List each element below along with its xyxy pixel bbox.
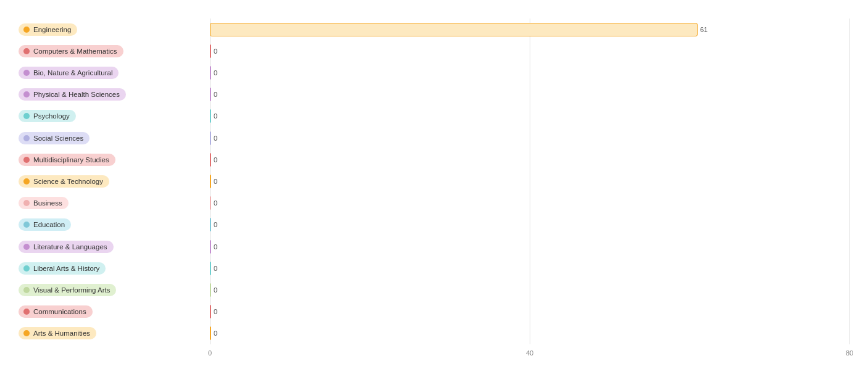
bar-row: Computers & Mathematics0 — [19, 40, 849, 62]
bar-value-wrap: 0 — [210, 262, 849, 275]
bar-fill — [210, 218, 211, 231]
bar-value-wrap: 0 — [210, 131, 849, 145]
bar-label-wrap: Visual & Performing Arts — [19, 284, 210, 296]
bar-label-text: Physical & Health Sciences — [33, 91, 120, 98]
bar-dot — [23, 265, 30, 272]
bar-label-pill: Liberal Arts & History — [19, 262, 106, 275]
bar-dot — [23, 27, 30, 33]
bar-label-pill: Science & Technology — [19, 175, 109, 188]
bar-fill — [210, 109, 211, 123]
bar-value-wrap: 0 — [210, 175, 849, 188]
bar-value-wrap: 0 — [210, 305, 849, 318]
bar-dot — [23, 222, 30, 228]
bar-label-text: Literature & Languages — [33, 243, 107, 251]
bar-value-label: 0 — [214, 112, 217, 120]
bar-row: Multidisciplinary Studies0 — [19, 149, 849, 170]
bar-row: Arts & Humanities0 — [19, 323, 849, 344]
bar-value-wrap: 0 — [210, 196, 849, 210]
bar-label-pill: Physical & Health Sciences — [19, 88, 126, 101]
x-tick-label: 40 — [526, 349, 533, 357]
bar-value-label: 0 — [214, 91, 217, 98]
bar-value-label: 61 — [700, 26, 707, 33]
bar-row: Engineering61 — [19, 19, 849, 40]
bar-row: Bio, Nature & Agricultural0 — [19, 62, 849, 83]
bar-label-pill: Engineering — [19, 23, 77, 36]
bar-value-label: 0 — [214, 48, 217, 55]
bar-dot — [23, 113, 30, 119]
bar-label-text: Social Sciences — [33, 135, 83, 142]
bar-value-label: 0 — [214, 178, 217, 185]
bar-label-wrap: Multidisciplinary Studies — [19, 154, 210, 166]
bar-row: Science & Technology0 — [19, 170, 849, 192]
bar-label-text: Communications — [33, 308, 86, 315]
bar-label-wrap: Education — [19, 218, 210, 231]
bar-label-text: Bio, Nature & Agricultural — [33, 69, 112, 77]
bar-fill — [210, 44, 211, 58]
bar-value-label: 0 — [214, 69, 217, 77]
bar-value-wrap: 0 — [210, 44, 849, 58]
bar-label-wrap: Psychology — [19, 110, 210, 122]
bar-label-text: Education — [33, 221, 65, 228]
bar-label-text: Psychology — [33, 112, 70, 120]
bar-value-wrap: 0 — [210, 240, 849, 254]
bar-fill — [210, 131, 211, 145]
bar-label-wrap: Social Sciences — [19, 132, 210, 144]
bar-value-label: 0 — [214, 265, 217, 272]
bar-label-pill: Business — [19, 197, 69, 209]
bar-value-wrap: 61 — [210, 23, 849, 36]
bar-value-label: 0 — [214, 243, 217, 251]
bar-dot — [23, 70, 30, 76]
bar-dot — [23, 91, 30, 98]
bar-fill — [210, 88, 211, 101]
bar-label-pill: Literature & Languages — [19, 241, 114, 253]
bar-label-wrap: Business — [19, 197, 210, 209]
bar-value-wrap: 0 — [210, 109, 849, 123]
bar-label-pill: Education — [19, 218, 71, 231]
bar-value-label: 0 — [214, 308, 217, 315]
bar-label-wrap: Liberal Arts & History — [19, 262, 210, 275]
bar-label-wrap: Engineering — [19, 23, 210, 36]
chart-area: Engineering61Computers & Mathematics0Bio… — [19, 19, 849, 357]
bar-row: Business0 — [19, 193, 849, 214]
bar-row: Communications0 — [19, 301, 849, 323]
bar-value-wrap: 0 — [210, 283, 849, 297]
bar-dot — [23, 287, 30, 293]
bar-dot — [23, 48, 30, 54]
bar-value-label: 0 — [214, 199, 217, 207]
x-tick-label: 80 — [846, 349, 853, 357]
bar-row: Visual & Performing Arts0 — [19, 279, 849, 301]
bars-area: Engineering61Computers & Mathematics0Bio… — [19, 19, 849, 344]
x-tick-label: 0 — [208, 349, 212, 357]
bar-label-pill: Visual & Performing Arts — [19, 284, 116, 296]
bar-value-wrap: 0 — [210, 326, 849, 340]
bar-label-text: Arts & Humanities — [33, 330, 90, 337]
bar-fill — [210, 283, 211, 297]
bar-value-label: 0 — [214, 156, 217, 164]
bar-fill — [210, 175, 211, 188]
bar-dot — [23, 244, 30, 250]
bar-dot — [23, 135, 30, 141]
bar-label-text: Business — [33, 199, 62, 207]
bar-fill — [210, 262, 211, 275]
chart-container: Engineering61Computers & Mathematics0Bio… — [0, 0, 868, 390]
bar-label-text: Science & Technology — [33, 178, 103, 185]
bar-value-label: 0 — [214, 135, 217, 142]
bar-label-text: Multidisciplinary Studies — [33, 156, 109, 164]
bar-row: Literature & Languages0 — [19, 236, 849, 257]
bar-value-wrap: 0 — [210, 88, 849, 101]
bar-row: Education0 — [19, 214, 849, 236]
bar-label-wrap: Science & Technology — [19, 175, 210, 188]
bar-value-label: 0 — [214, 286, 217, 294]
bar-label-wrap: Computers & Mathematics — [19, 45, 210, 57]
bar-label-text: Engineering — [33, 26, 71, 33]
bar-label-wrap: Communications — [19, 305, 210, 318]
bar-value-label: 0 — [214, 221, 217, 228]
bar-label-pill: Computers & Mathematics — [19, 45, 123, 57]
bar-label-pill: Communications — [19, 305, 93, 318]
x-axis: 04080 — [210, 344, 849, 357]
grid-line — [849, 19, 850, 344]
bar-label-wrap: Bio, Nature & Agricultural — [19, 67, 210, 79]
bar-label-wrap: Literature & Languages — [19, 241, 210, 253]
bar-row: Physical & Health Sciences0 — [19, 84, 849, 106]
bar-row: Social Sciences0 — [19, 127, 849, 149]
